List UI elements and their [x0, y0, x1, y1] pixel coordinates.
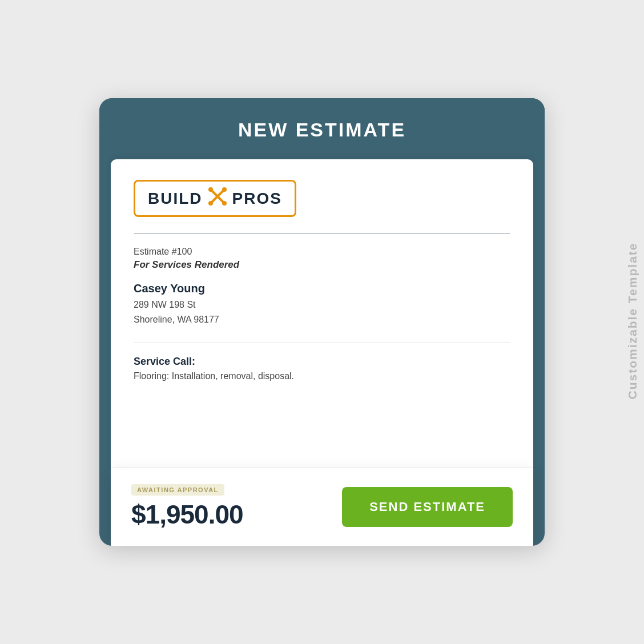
status-badge: AWAITING APPROVAL — [131, 484, 224, 496]
logo-text-left: BUILD — [148, 190, 203, 208]
service-label: Service Call: — [134, 356, 510, 368]
estimate-card: NEW ESTIMATE BUILD PROS — [99, 98, 545, 546]
logo-text-right: PROS — [232, 190, 282, 208]
logo-container: BUILD PROS — [134, 180, 510, 217]
svg-point-5 — [222, 187, 227, 192]
amount-section: AWAITING APPROVAL $1,950.00 — [131, 484, 243, 530]
card-header: NEW ESTIMATE — [99, 98, 545, 159]
amount-value: $1,950.00 — [131, 499, 243, 530]
estimate-subtitle: For Services Rendered — [134, 259, 510, 271]
side-label-container: Customizable Template — [626, 243, 639, 402]
logo-divider — [134, 233, 510, 234]
svg-point-4 — [208, 201, 213, 206]
inner-document: BUILD PROS Estimate #100 — [111, 159, 533, 468]
estimate-number: Estimate #100 — [134, 247, 510, 257]
client-address: 289 NW 198 St Shoreline, WA 98177 — [134, 297, 510, 327]
estimate-info: Estimate #100 For Services Rendered Case… — [134, 247, 510, 327]
bottom-bar: AWAITING APPROVAL $1,950.00 SEND ESTIMAT… — [111, 468, 533, 546]
send-estimate-button[interactable]: SEND ESTIMATE — [342, 487, 513, 527]
logo-wrench-icon — [208, 187, 227, 210]
address-line2: Shoreline, WA 98177 — [134, 312, 510, 327]
service-description: Flooring: Installation, removal, disposa… — [134, 371, 510, 381]
address-line1: 289 NW 198 St — [134, 297, 510, 312]
logo-box: BUILD PROS — [134, 180, 296, 217]
svg-point-2 — [208, 187, 213, 192]
customizable-template-label: Customizable Template — [626, 243, 639, 400]
client-name: Casey Young — [134, 282, 510, 295]
svg-point-3 — [222, 201, 227, 206]
service-section: Service Call: Flooring: Installation, re… — [134, 343, 510, 381]
card-title: NEW ESTIMATE — [122, 119, 522, 141]
